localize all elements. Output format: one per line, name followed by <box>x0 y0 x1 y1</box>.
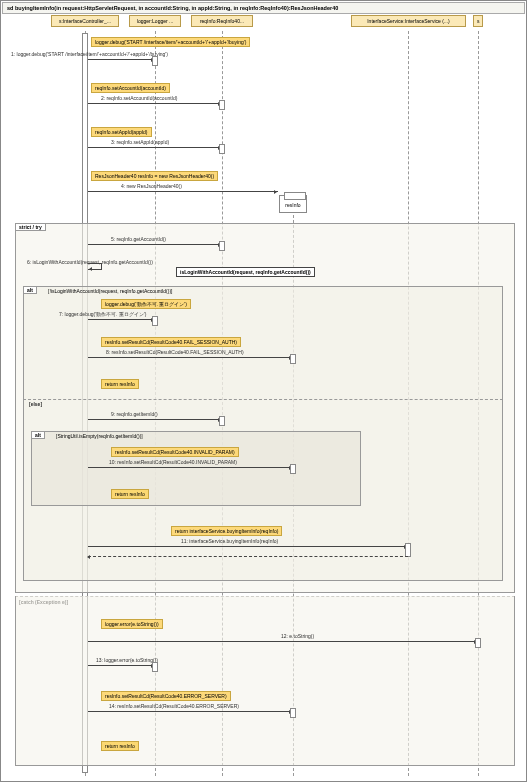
return-msg11 <box>88 556 408 557</box>
participant-logger: logger:Logger ... <box>129 15 181 27</box>
note-msg2: reqInfo.setAccountId(accountId) <box>91 83 170 93</box>
activation-logger-7 <box>152 316 158 326</box>
activation-reqinfo-5 <box>219 241 225 251</box>
note-msg10: resInfo.setResultCd(ResultCode40.INVALID… <box>111 447 239 457</box>
note-msg3: reqInfo.setAppId(appId) <box>91 127 152 137</box>
note-msg7: logger.debug('動作不可. 重ログイン') <box>101 299 191 309</box>
arrow-msg12 <box>88 641 478 642</box>
arrow-msg1 <box>88 59 155 60</box>
arrow-msg2 <box>88 103 222 104</box>
fragment-alt1-label: alt <box>24 287 37 294</box>
note-msg11: return interfaceService.buyingItemInfo(r… <box>171 526 282 536</box>
activation-resinfo-10 <box>290 464 296 474</box>
activation-reqinfo-9 <box>219 416 225 426</box>
activation-resinfo-8 <box>290 354 296 364</box>
note-msg8: resInfo.setResultCd(ResultCode40.FAIL_SE… <box>101 337 241 347</box>
arrow-msg13 <box>88 665 155 666</box>
participant-service: InterfaceService:InterfaceService (...) <box>351 15 466 27</box>
arrow-msg10 <box>88 467 293 468</box>
arrow-msg7 <box>88 319 155 320</box>
fragment-alt2-cond: [StringUtil.isEmpty(reqInfo.getItemId())… <box>56 433 143 439</box>
activation-resinfo-14 <box>290 708 296 718</box>
fragment-alt2-label: alt <box>32 432 45 439</box>
participant-extra: s <box>473 15 483 27</box>
note-msg1: logger.debug('START /interface/item/'+ac… <box>91 37 250 47</box>
label-msg2: 2: reqInfo.setAccountId(accountId) <box>101 95 177 101</box>
box-msg6: isLoginWithAccountId(request, reqInfo.ge… <box>176 267 315 277</box>
participant-reqinfo: reqInfo:ReqInfo40... <box>191 15 253 27</box>
label-msg5: 5: reqInfo.getAccountId() <box>111 236 166 242</box>
label-msg4: 4: new ResJsonHeader40() <box>121 183 182 189</box>
label-msg1: 1: logger.debug('START /interface/item/'… <box>11 51 168 57</box>
label-msg9: 9: reqInfo.getItemId() <box>111 411 158 417</box>
object-resinfo: resInfo <box>279 195 307 213</box>
participant-controller: s:InterfaceController_... <box>51 15 119 27</box>
label-msg10: 10: resInfo.setResultCd(ResultCode40.INV… <box>109 459 237 465</box>
note-msg4: ResJsonHeader40 resInfo = new ResJsonHea… <box>91 171 218 181</box>
sequence-diagram: sd buyingItemInfo(in request:HttpServlet… <box>0 0 527 782</box>
fragment-catch <box>15 596 515 766</box>
else-label: [else] <box>29 401 42 407</box>
activation-service-11 <box>405 543 411 557</box>
arrow-msg11 <box>88 546 408 547</box>
return-3: return resInfo <box>101 741 139 751</box>
fragment-alt1-cond: [!isLoginWithAccountId(request, reqInfo.… <box>48 288 173 294</box>
alt1-divider <box>23 399 503 400</box>
activation-logger-13 <box>152 662 158 672</box>
activation-reqinfo-3 <box>219 144 225 154</box>
label-msg12: 12: e.toString() <box>281 633 314 639</box>
fragment-alt2: alt [StringUtil.isEmpty(reqInfo.getItemI… <box>31 431 361 506</box>
label-msg13: 13: logger.error(e.toString()) <box>96 657 158 663</box>
activation-extra-12 <box>475 638 481 648</box>
arrow-msg5 <box>88 244 222 245</box>
return-1: return resInfo <box>101 379 139 389</box>
label-msg14: 14: resInfo.setResultCd(ResultCode40.ERR… <box>109 703 239 709</box>
arrow-msg9 <box>88 419 222 420</box>
note-msg12: logger.error(e.toString()) <box>101 619 163 629</box>
label-msg3: 3: reqInfo.setAppId(appId) <box>111 139 169 145</box>
label-msg7: 7: logger.debug('動作不可. 重ログイン') <box>59 311 147 317</box>
activation-logger-1 <box>152 56 158 66</box>
fragment-try-label: strict / try <box>16 224 46 231</box>
arrow-msg14 <box>88 711 293 712</box>
label-msg8: 8: resInfo.setResultCd(ResultCode40.FAIL… <box>106 349 244 355</box>
activation-reqinfo-2 <box>219 100 225 110</box>
arrow-msg3 <box>88 147 222 148</box>
label-msg11: 11: interfaceService.buyingItemInfo(reqI… <box>181 538 278 544</box>
return-2: return resInfo <box>111 489 149 499</box>
note-msg14: resInfo.setResultCd(ResultCode40.ERROR_S… <box>101 691 231 701</box>
diagram-title: sd buyingItemInfo(in request:HttpServlet… <box>2 2 525 14</box>
arrow-msg8 <box>88 357 293 358</box>
selfcall-msg6 <box>88 263 102 270</box>
arrow-msg4 <box>88 191 278 192</box>
